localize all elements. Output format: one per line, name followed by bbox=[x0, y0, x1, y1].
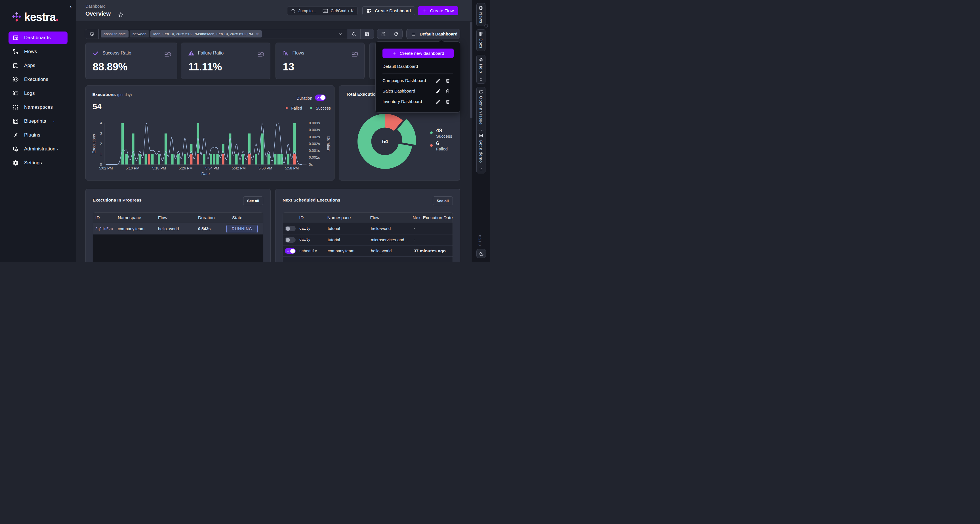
svg-text:4: 4 bbox=[100, 121, 102, 125]
svg-text:2: 2 bbox=[100, 141, 102, 146]
svg-text:5:10 PM: 5:10 PM bbox=[126, 166, 139, 170]
svg-text:0.003s: 0.003s bbox=[309, 128, 320, 132]
svg-text:1: 1 bbox=[100, 152, 102, 156]
svg-text:0.002s: 0.002s bbox=[309, 135, 320, 139]
svg-text:0.003s: 0.003s bbox=[309, 121, 320, 125]
svg-text:Executions: Executions bbox=[91, 134, 96, 153]
svg-text:5:34 PM: 5:34 PM bbox=[205, 166, 219, 170]
svg-text:0: 0 bbox=[100, 162, 102, 166]
svg-text:5:02 PM: 5:02 PM bbox=[99, 166, 113, 170]
svg-text:5:50 PM: 5:50 PM bbox=[258, 166, 272, 170]
svg-text:5:58 PM: 5:58 PM bbox=[285, 166, 299, 170]
svg-text:0.002s: 0.002s bbox=[309, 141, 320, 146]
svg-text:Duration: Duration bbox=[326, 136, 331, 151]
svg-text:54: 54 bbox=[382, 138, 388, 144]
svg-text:5:26 PM: 5:26 PM bbox=[179, 166, 192, 170]
svg-text:Date: Date bbox=[201, 171, 210, 176]
svg-text:5:42 PM: 5:42 PM bbox=[232, 166, 245, 170]
svg-text:0s: 0s bbox=[309, 162, 313, 166]
svg-text:0.001s: 0.001s bbox=[309, 155, 320, 159]
svg-text:3: 3 bbox=[100, 131, 102, 135]
svg-text:0.001s: 0.001s bbox=[309, 148, 320, 153]
svg-text:5:18 PM: 5:18 PM bbox=[152, 166, 166, 170]
